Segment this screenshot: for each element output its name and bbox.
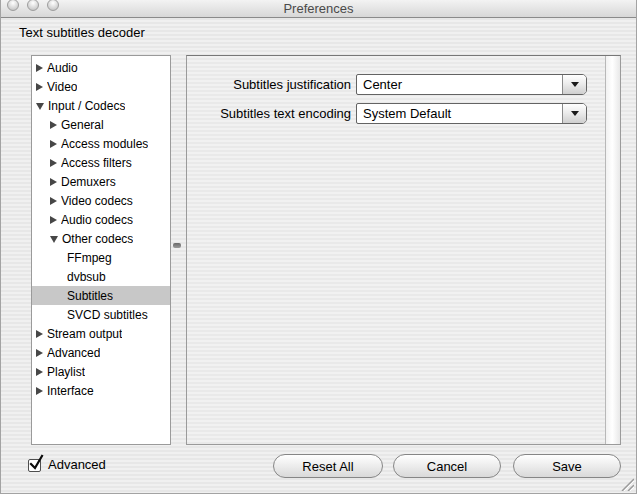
tree-item-audio[interactable]: Audio xyxy=(32,58,170,77)
dropdown-selected-value: Center xyxy=(363,75,560,94)
window-title: Preferences xyxy=(1,0,636,17)
form-row-subtitles-text-encoding: Subtitles text encodingSystem Default xyxy=(187,103,620,124)
tree-item-label: General xyxy=(61,118,104,132)
tree-item-label: Interface xyxy=(47,384,94,398)
tree-item-label: dvbsub xyxy=(67,270,106,284)
tree-item-label: Video codecs xyxy=(61,194,133,208)
expand-arrow-icon[interactable] xyxy=(36,349,43,357)
tree-item-advanced[interactable]: Advanced xyxy=(32,343,170,362)
tree-item-ffmpeg[interactable]: FFmpeg xyxy=(32,248,170,267)
title-bar[interactable]: Preferences xyxy=(1,0,636,18)
advanced-checkbox-label: Advanced xyxy=(48,457,106,472)
vertical-scrollbar[interactable] xyxy=(605,56,620,444)
splitter-grip-icon[interactable] xyxy=(173,243,181,248)
collapse-arrow-icon[interactable] xyxy=(36,103,44,110)
dropdown-arrow-button[interactable] xyxy=(562,104,586,123)
collapse-arrow-icon[interactable] xyxy=(50,236,58,243)
save-button[interactable]: Save xyxy=(513,454,621,478)
tree-item-stream-output[interactable]: Stream output xyxy=(32,324,170,343)
subtitles-justification-dropdown[interactable]: Center xyxy=(356,74,587,95)
tree-item-label: Access modules xyxy=(61,137,148,151)
tree-item-subtitles[interactable]: Subtitles xyxy=(32,286,170,305)
tree-item-label: Subtitles xyxy=(67,289,113,303)
expand-arrow-icon[interactable] xyxy=(50,121,57,129)
chevron-down-icon xyxy=(571,111,579,116)
tree-item-access-filters[interactable]: Access filters xyxy=(32,153,170,172)
chevron-down-icon xyxy=(571,82,579,87)
form-row-subtitles-justification: Subtitles justificationCenter xyxy=(187,74,620,95)
expand-arrow-icon[interactable] xyxy=(50,216,57,224)
tree-item-label: Input / Codecs xyxy=(48,99,125,113)
tree-item-label: Video xyxy=(47,80,77,94)
field-label-subtitles-justification: Subtitles justification xyxy=(187,74,351,95)
tree-item-label: Audio xyxy=(47,61,78,75)
tree-item-demuxers[interactable]: Demuxers xyxy=(32,172,170,191)
dropdown-selected-value: System Default xyxy=(363,104,560,123)
tree-item-label: Playlist xyxy=(47,365,85,379)
advanced-checkbox[interactable] xyxy=(28,459,41,472)
tree-item-other-codecs[interactable]: Other codecs xyxy=(32,229,170,248)
preferences-tree[interactable]: AudioVideoInput / CodecsGeneralAccess mo… xyxy=(31,55,171,445)
tree-item-playlist[interactable]: Playlist xyxy=(32,362,170,381)
field-label-subtitles-text-encoding: Subtitles text encoding xyxy=(187,103,351,124)
reset-all-button[interactable]: Reset All xyxy=(273,454,383,478)
expand-arrow-icon[interactable] xyxy=(36,368,43,376)
expand-arrow-icon[interactable] xyxy=(50,159,57,167)
tree-item-label: Advanced xyxy=(47,346,100,360)
dropdown-arrow-button[interactable] xyxy=(562,75,586,94)
tree-item-label: Access filters xyxy=(61,156,132,170)
tree-item-label: Other codecs xyxy=(62,232,133,246)
expand-arrow-icon[interactable] xyxy=(36,83,43,91)
expand-arrow-icon[interactable] xyxy=(50,197,57,205)
tree-item-access-modules[interactable]: Access modules xyxy=(32,134,170,153)
tree-item-label: Demuxers xyxy=(61,175,116,189)
tree-item-label: FFmpeg xyxy=(67,251,112,265)
page-title: Text subtitles decoder xyxy=(19,25,145,40)
tree-item-general[interactable]: General xyxy=(32,115,170,134)
tree-item-audio-codecs[interactable]: Audio codecs xyxy=(32,210,170,229)
tree-item-label: Audio codecs xyxy=(61,213,133,227)
tree-item-interface[interactable]: Interface xyxy=(32,381,170,400)
tree-item-video[interactable]: Video xyxy=(32,77,170,96)
tree-item-label: Stream output xyxy=(47,327,122,341)
cancel-button[interactable]: Cancel xyxy=(393,454,501,478)
expand-arrow-icon[interactable] xyxy=(36,387,43,395)
advanced-checkbox-row[interactable]: Advanced xyxy=(28,452,106,474)
expand-arrow-icon[interactable] xyxy=(36,330,43,338)
preferences-window: Preferences Text subtitles decoder Audio… xyxy=(0,0,637,494)
tree-item-label: SVCD subtitles xyxy=(67,308,148,322)
tree-item-input-codecs[interactable]: Input / Codecs xyxy=(32,96,170,115)
expand-arrow-icon[interactable] xyxy=(50,178,57,186)
settings-panel: Subtitles justificationCenterSubtitles t… xyxy=(186,55,621,445)
tree-item-dvbsub[interactable]: dvbsub xyxy=(32,267,170,286)
tree-item-video-codecs[interactable]: Video codecs xyxy=(32,191,170,210)
tree-item-svcd-subtitles[interactable]: SVCD subtitles xyxy=(32,305,170,324)
expand-arrow-icon[interactable] xyxy=(50,140,57,148)
expand-arrow-icon[interactable] xyxy=(36,64,43,72)
subtitles-text-encoding-dropdown[interactable]: System Default xyxy=(356,103,587,124)
resize-grip-icon[interactable] xyxy=(619,476,634,491)
checkmark-icon xyxy=(28,454,45,471)
